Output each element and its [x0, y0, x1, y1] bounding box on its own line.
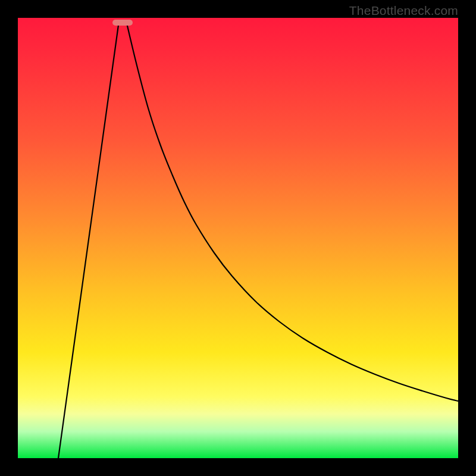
watermark-text: TheBottleneck.com	[349, 4, 458, 18]
right-curve-path	[126, 21, 458, 401]
curve-layer	[18, 18, 458, 458]
plot-area	[18, 18, 458, 458]
bottleneck-marker	[112, 20, 133, 26]
left-line-path	[58, 21, 119, 458]
chart-frame: TheBottleneck.com	[0, 0, 476, 476]
